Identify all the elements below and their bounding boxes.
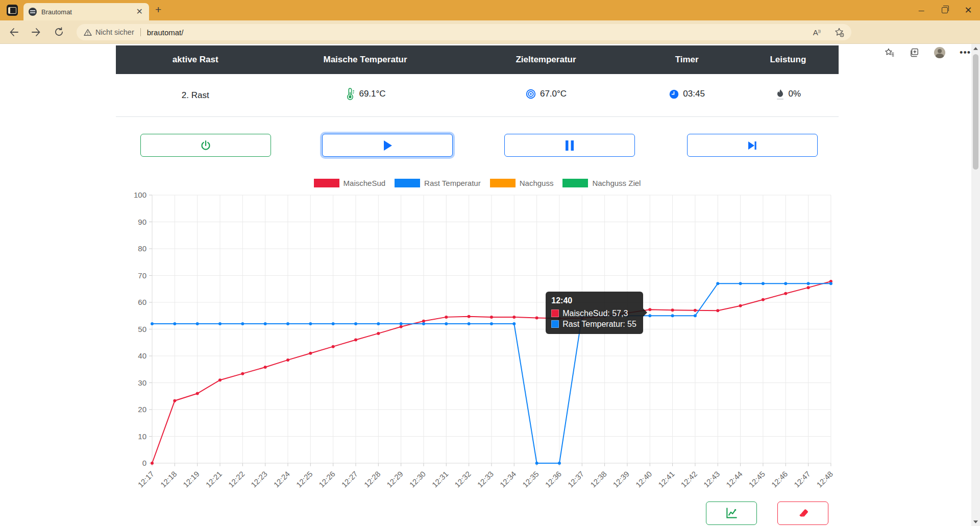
browser-tabstrip: Brautomat ✕ + ─ ✕ <box>0 0 980 20</box>
header-maische-temperatur: Maische Temperatur <box>275 55 456 65</box>
scroll-up-icon[interactable] <box>971 44 980 53</box>
chart-legend: MaischeSudRast TemperaturNachgussNachgus… <box>116 179 839 187</box>
window-restore-button[interactable] <box>933 0 957 20</box>
tooltip-swatch <box>551 320 559 328</box>
svg-text:12:23: 12:23 <box>249 469 269 489</box>
legend-swatch <box>314 179 339 187</box>
header-leistung: Leistung <box>738 55 839 65</box>
window-close-button[interactable]: ✕ <box>957 0 980 20</box>
svg-text:12:17: 12:17 <box>136 469 156 489</box>
profile-avatar[interactable] <box>934 47 945 58</box>
svg-text:12:25: 12:25 <box>295 469 314 489</box>
svg-text:12:39: 12:39 <box>611 469 631 489</box>
pause-button[interactable] <box>504 134 635 157</box>
svg-text:12:47: 12:47 <box>792 469 812 489</box>
svg-text:12:37: 12:37 <box>566 469 586 489</box>
tooltip-text: MaischeSud: 57,3 <box>562 309 628 318</box>
clear-chart-button[interactable] <box>777 501 828 525</box>
svg-text:12:34: 12:34 <box>498 469 518 489</box>
svg-text:50: 50 <box>138 325 146 333</box>
table-header-row: aktive Rast Maische Temperatur Zieltempe… <box>116 45 839 74</box>
warning-icon <box>84 29 92 36</box>
svg-text:12:40: 12:40 <box>634 469 654 489</box>
power-icon <box>200 139 212 152</box>
site-security-info[interactable]: Nicht sicher <box>84 28 134 36</box>
svg-text:12:44: 12:44 <box>724 469 744 489</box>
legend-swatch <box>395 179 420 187</box>
active-rast-value: 2. Rast <box>116 90 275 101</box>
browser-tab[interactable]: Brautomat ✕ <box>23 3 149 20</box>
tab-actions-menu-button[interactable] <box>7 5 18 16</box>
svg-text:12:46: 12:46 <box>770 469 790 489</box>
svg-text:12:48: 12:48 <box>815 469 835 489</box>
svg-text:12:38: 12:38 <box>589 469 608 489</box>
timer-value: 03:45 <box>683 89 705 99</box>
chart-plot: 010203040506070809010012:1712:1812:1912:… <box>117 190 847 504</box>
forward-button[interactable] <box>28 23 45 41</box>
eraser-icon <box>796 507 810 520</box>
refresh-button[interactable] <box>50 23 67 41</box>
address-divider <box>140 28 141 36</box>
workspace-icon <box>8 7 16 14</box>
header-aktive-rast: aktive Rast <box>116 55 275 65</box>
back-button[interactable] <box>5 23 22 41</box>
legend-item[interactable]: Nachguss <box>490 179 554 187</box>
tooltip-swatch <box>551 309 559 317</box>
new-tab-button[interactable]: + <box>155 4 161 16</box>
chart[interactable]: 010203040506070809010012:1712:1812:1912:… <box>117 190 847 504</box>
legend-label: MaischeSud <box>344 179 386 187</box>
svg-text:70: 70 <box>138 271 146 280</box>
tooltip-rows: MaischeSud: 57,3Rast Temperatur: 55 <box>551 309 636 329</box>
favorites-icon[interactable] <box>884 47 895 58</box>
address-bar[interactable]: Nicht sicher brautomat/ A)) <box>77 24 851 40</box>
svg-text:12:19: 12:19 <box>181 469 201 489</box>
tab-close-icon[interactable]: ✕ <box>135 8 144 16</box>
svg-text:12:24: 12:24 <box>272 469 292 489</box>
line-chart-icon <box>725 507 738 520</box>
legend-item[interactable]: Nachguss Ziel <box>562 179 641 187</box>
heat-icon <box>775 88 785 100</box>
browser-menu-icon[interactable]: ••• <box>960 47 971 58</box>
window-controls: ─ ✕ <box>910 0 980 20</box>
svg-text:12:31: 12:31 <box>430 469 450 489</box>
svg-text:60: 60 <box>138 298 146 306</box>
url-text: brautomat/ <box>147 28 813 37</box>
tooltip-text: Rast Temperatur: 55 <box>562 320 636 329</box>
zieltemperatur-value: 67.0°C <box>540 89 567 99</box>
scrollbar-thumb[interactable] <box>973 54 978 170</box>
restore-icon <box>942 7 948 13</box>
legend-item[interactable]: Rast Temperatur <box>395 179 481 187</box>
power-button[interactable] <box>140 134 271 157</box>
legend-label: Nachguss Ziel <box>592 179 641 187</box>
legend-item[interactable]: MaischeSud <box>314 179 386 187</box>
pause-icon <box>565 140 575 151</box>
svg-text:12:36: 12:36 <box>543 469 563 489</box>
table-row: 2. Rast 69.1°C 67.0°C 03:45 0% <box>116 74 839 117</box>
legend-label: Nachguss <box>520 179 554 187</box>
show-chart-button[interactable] <box>706 501 757 525</box>
page-scrollbar[interactable] <box>971 44 980 526</box>
read-aloud-icon[interactable]: A)) <box>813 28 821 37</box>
maische-temperatur-value: 69.1°C <box>359 89 385 99</box>
scroll-down-icon[interactable] <box>971 517 980 526</box>
tooltip-row: MaischeSud: 57,3 <box>551 309 636 318</box>
svg-text:80: 80 <box>138 244 146 253</box>
svg-text:90: 90 <box>138 218 146 226</box>
add-favorite-icon[interactable] <box>834 27 844 37</box>
security-label: Nicht sicher <box>95 28 134 36</box>
svg-text:12:45: 12:45 <box>747 469 767 489</box>
svg-text:10: 10 <box>138 432 146 441</box>
svg-text:12:21: 12:21 <box>204 469 224 489</box>
skip-next-button[interactable] <box>687 134 818 157</box>
chart-tooltip: 12:40 MaischeSud: 57,3Rast Temperatur: 5… <box>546 292 643 334</box>
svg-text:12:32: 12:32 <box>453 469 473 489</box>
svg-text:40: 40 <box>138 351 146 360</box>
svg-text:12:26: 12:26 <box>317 469 337 489</box>
play-button[interactable] <box>322 134 453 157</box>
legend-swatch <box>562 179 588 187</box>
svg-text:30: 30 <box>138 378 146 387</box>
svg-text:20: 20 <box>138 405 146 414</box>
window-minimize-button[interactable]: ─ <box>910 0 933 20</box>
svg-text:12:35: 12:35 <box>521 469 541 489</box>
collections-icon[interactable] <box>909 47 920 58</box>
